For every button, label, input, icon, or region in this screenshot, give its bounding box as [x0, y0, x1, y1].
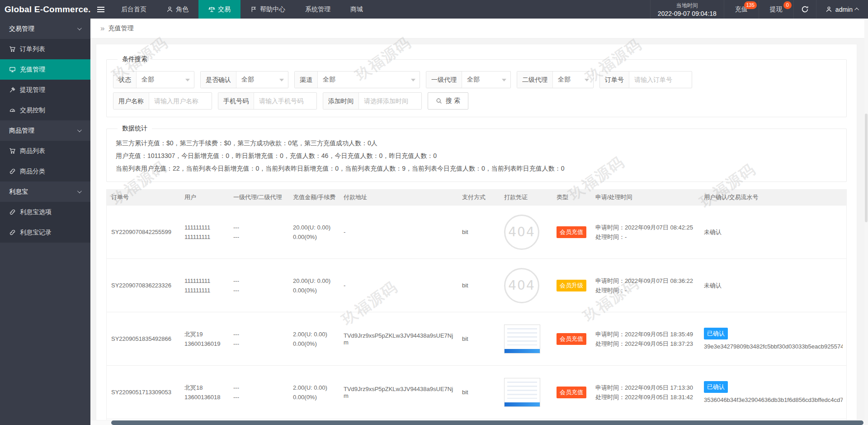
dropdown-caret-icon [502, 79, 506, 81]
cell-proof: 404 [500, 210, 552, 254]
cell-confirm: 未确认 [699, 224, 846, 241]
user-name: 111111111 [184, 223, 225, 232]
cell-type: 会员充值 [552, 222, 591, 243]
vertical-scrollbar-thumb[interactable] [865, 114, 868, 222]
process-time: 处理时间：- [595, 232, 696, 242]
nav-trade[interactable]: 交易 [198, 0, 241, 19]
horizontal-scrollbar[interactable] [90, 420, 864, 425]
nav-roles[interactable]: 角色 [156, 0, 198, 19]
cell-order-no: SY2209070836223326 [107, 277, 180, 293]
nav-mall-label: 商城 [350, 5, 363, 14]
user-account: 111111111 [184, 286, 225, 295]
stats-fieldset: 数据统计 第三方累计充值：$0，第三方手续费：$0，第三方成功收款：0笔，第三方… [106, 124, 847, 182]
sidebar-item-trade-control-label: 交易控制 [20, 106, 45, 115]
stats-legend: 数据统计 [118, 124, 152, 133]
cell-type: 会员升级 [552, 275, 591, 296]
vertical-scrollbar[interactable] [864, 19, 868, 425]
payment-proof-thumbnail[interactable] [504, 378, 540, 407]
type-badge: 会员充值 [557, 226, 586, 238]
agent1: --- [233, 223, 285, 232]
type-badge: 会员充值 [557, 333, 586, 345]
cell-type: 会员充值 [552, 382, 591, 403]
dropdown-caret-icon [185, 79, 190, 81]
channel-select[interactable]: 全部 [318, 72, 420, 88]
cell-pay-method: bit [458, 331, 500, 347]
nav-help-center[interactable]: 帮助中心 [241, 0, 295, 19]
sidebar: 交易管理 订单列表 充值管理 提现管理 交易控制 商品管理 商品列表 商品分类 … [0, 19, 90, 425]
confirmed-badge: 已确认 [704, 381, 728, 393]
agent2-select[interactable]: 全部 [553, 72, 593, 88]
withdraw-notifications-button[interactable]: 提现 0 [759, 0, 794, 19]
sidebar-item-lixibao-records[interactable]: 利息宝记录 [0, 222, 90, 243]
sidebar-item-goods-category[interactable]: 商品分类 [0, 161, 90, 181]
type-badge: 会员升级 [557, 280, 586, 291]
username-filter: 用户名称 [113, 92, 212, 110]
col-times: 申请/处理时间 [591, 193, 699, 201]
hamburger-icon [97, 9, 104, 10]
nav-mall[interactable]: 商城 [340, 0, 373, 19]
cell-confirm: 未确认 [699, 277, 846, 294]
cell-proof [500, 373, 552, 411]
nav-help-center-label: 帮助中心 [260, 5, 285, 14]
sidebar-item-withdraw-mgmt[interactable]: 提现管理 [0, 80, 90, 100]
cell-user: 北冥18 13600136018 [180, 378, 229, 406]
order-no-input[interactable] [629, 72, 692, 88]
sidebar-group-lixibao[interactable]: 利息宝 [0, 181, 90, 202]
search-button[interactable]: 搜 索 [428, 92, 468, 110]
stats-line-current-list: 当前列表用户充值：22，当前列表今日新增充值：0，当前列表昨日新增充值：0，当前… [113, 162, 840, 174]
cart-icon [9, 46, 16, 53]
nav-system[interactable]: 系统管理 [295, 0, 340, 19]
phone-input[interactable] [254, 93, 316, 109]
nav-dashboard[interactable]: 后台首页 [111, 0, 156, 19]
sidebar-item-goods-list[interactable]: 商品列表 [0, 141, 90, 161]
filter-row-1: 状态 全部 是否确认 全部 渠道 全部 [113, 71, 840, 88]
username-label: 用户名称 [113, 93, 149, 109]
agent1: --- [233, 276, 285, 286]
refresh-button[interactable] [794, 0, 816, 19]
recharge-count-badge: 135 [744, 1, 757, 9]
sidebar-group-trade[interactable]: 交易管理 [0, 19, 90, 39]
col-type: 类型 [552, 193, 591, 201]
sidebar-toggle-button[interactable] [90, 0, 111, 19]
gauge-icon [9, 107, 16, 114]
status-select[interactable]: 全部 [137, 72, 194, 88]
agent1: --- [233, 383, 285, 392]
apply-time: 申请时间：2022年09月07日 08:42:25 [595, 223, 696, 232]
cell-agents: --- --- [229, 378, 288, 406]
user-menu[interactable]: admin [816, 0, 868, 19]
scales-icon [208, 6, 215, 13]
fee: 0.00(0%) [293, 286, 335, 295]
amount: 20.00(U: 0.00) [293, 223, 335, 232]
app-logo: Global E-Commerce... [0, 0, 90, 19]
add-time-input[interactable] [359, 93, 421, 109]
user-account: 111111111 [184, 232, 225, 242]
sidebar-item-recharge-mgmt[interactable]: 充值管理 [0, 59, 90, 80]
sidebar-item-lixibao-options[interactable]: 利息宝选项 [0, 202, 90, 222]
user-account: 13600136019 [184, 339, 225, 349]
sidebar-group-goods[interactable]: 商品管理 [0, 120, 90, 141]
apply-time: 申请时间：2022年09月05日 17:13:30 [595, 383, 696, 392]
username-input[interactable] [149, 93, 212, 109]
dropdown-caret-icon [585, 79, 589, 81]
agent1-select[interactable]: 全部 [462, 72, 510, 88]
agent2-filter: 二级代理 全部 [517, 71, 594, 88]
payment-proof-thumbnail[interactable] [504, 325, 540, 353]
sidebar-item-trade-control[interactable]: 交易控制 [0, 100, 90, 120]
dropdown-caret-icon [279, 79, 284, 81]
local-time-value: 2022-09-07 09:04:18 [658, 10, 717, 18]
billboard-icon [9, 66, 16, 73]
link-icon [9, 209, 16, 215]
recharge-notifications-button[interactable]: 充值 135 [724, 0, 759, 19]
agent2: --- [233, 392, 285, 402]
amount: 20.00(U: 0.00) [293, 276, 335, 286]
sidebar-item-lixibao-records-label: 利息宝记录 [20, 229, 52, 237]
confirmed-select[interactable]: 全部 [236, 72, 288, 88]
sidebar-item-goods-category-label: 商品分类 [20, 167, 45, 176]
page-title: 充值管理 [108, 24, 133, 33]
sidebar-item-order-list[interactable]: 订单列表 [0, 39, 90, 59]
horizontal-scrollbar-thumb[interactable] [111, 420, 863, 425]
cell-amount: 2.00(U: 0.00) 0.00(0%) [288, 325, 339, 353]
local-time: 当地时间 2022-09-07 09:04:18 [650, 0, 724, 19]
topbar: Global E-Commerce... 后台首页 角色 交易 帮助中心 系统管… [0, 0, 868, 19]
col-pay-method: 支付方式 [458, 193, 500, 201]
